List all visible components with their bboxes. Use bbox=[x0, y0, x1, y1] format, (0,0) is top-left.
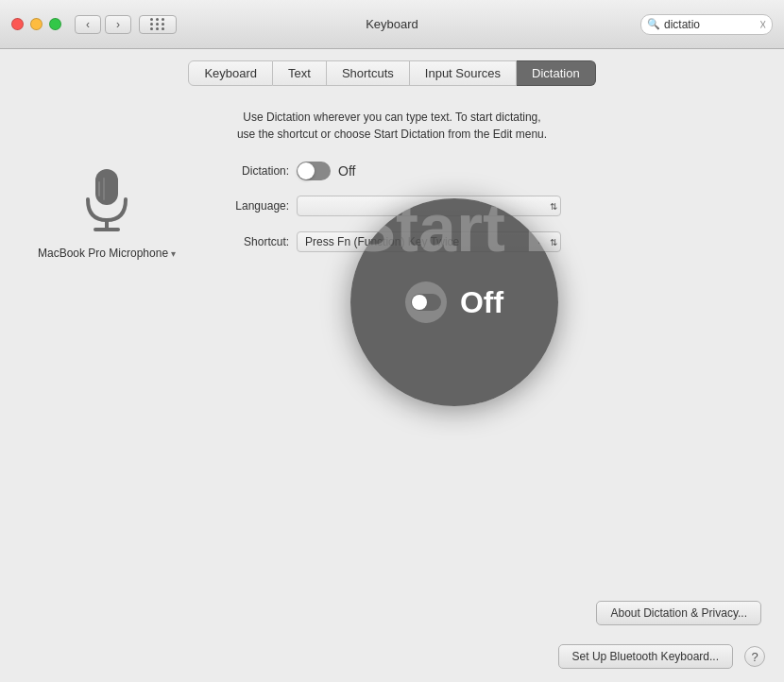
grid-icon bbox=[150, 18, 165, 30]
search-icon: 🔍 bbox=[647, 18, 660, 30]
microphone-label[interactable]: MacBook Pro Microphone ▾ bbox=[38, 247, 176, 260]
setup-bluetooth-button[interactable]: Set Up Bluetooth Keyboard... bbox=[558, 644, 733, 669]
forward-button[interactable]: › bbox=[105, 15, 131, 34]
window-title: Keyboard bbox=[366, 17, 418, 31]
grid-button[interactable] bbox=[139, 15, 177, 34]
traffic-lights bbox=[11, 18, 61, 30]
tab-dictation[interactable]: Dictation bbox=[517, 60, 596, 86]
tab-input-sources[interactable]: Input Sources bbox=[410, 60, 517, 86]
magnifier-toggle[interactable] bbox=[405, 281, 447, 323]
title-bar: ‹ › Keyboard 🔍 ☓ bbox=[0, 0, 784, 49]
tab-shortcuts[interactable]: Shortcuts bbox=[327, 60, 410, 86]
dictation-row: Dictation: Off bbox=[213, 162, 746, 180]
magnifier-overlay: Off Start Di bbox=[350, 198, 558, 406]
magnifier-toggle-knob bbox=[412, 295, 427, 310]
magnifier-content: Off bbox=[405, 281, 503, 323]
microphone-icon bbox=[74, 162, 140, 237]
back-button[interactable]: ‹ bbox=[75, 15, 101, 34]
magnifier-off-text: Off bbox=[460, 285, 503, 320]
search-bar[interactable]: 🔍 ☓ bbox=[640, 14, 773, 35]
toggle-switch[interactable] bbox=[297, 162, 331, 180]
dictation-label: Dictation: bbox=[213, 164, 289, 178]
toggle-state-label: Off bbox=[338, 163, 355, 179]
main-content: Keyboard Text Shortcuts Input Sources Di… bbox=[0, 49, 784, 682]
language-label: Language: bbox=[213, 199, 289, 213]
minimize-button[interactable] bbox=[30, 18, 43, 30]
close-button[interactable] bbox=[11, 18, 24, 30]
tab-text[interactable]: Text bbox=[273, 60, 327, 86]
shortcut-label: Shortcut: bbox=[213, 235, 289, 248]
help-button[interactable]: ? bbox=[744, 646, 765, 667]
tab-keyboard[interactable]: Keyboard bbox=[188, 60, 273, 86]
magnifier-toggle-inner bbox=[411, 294, 441, 311]
about-button-row: About Dictation & Privacy... bbox=[0, 601, 784, 635]
maximize-button[interactable] bbox=[49, 18, 61, 30]
about-dictation-button[interactable]: About Dictation & Privacy... bbox=[596, 601, 761, 625]
toggle-knob bbox=[298, 162, 315, 179]
microphone-section: MacBook Pro Microphone ▾ bbox=[38, 162, 176, 260]
footer: Set Up Bluetooth Keyboard... ? bbox=[0, 635, 784, 682]
dictation-toggle[interactable]: Off bbox=[297, 162, 355, 180]
navigation-buttons: ‹ › bbox=[75, 15, 131, 34]
search-input[interactable] bbox=[664, 18, 749, 31]
panel-content: Use Dictation wherever you can type text… bbox=[0, 86, 784, 601]
microphone-dropdown-arrow: ▾ bbox=[171, 248, 176, 259]
tab-bar: Keyboard Text Shortcuts Input Sources Di… bbox=[0, 49, 784, 86]
search-clear-icon[interactable]: ☓ bbox=[759, 17, 766, 32]
description: Use Dictation wherever you can type text… bbox=[194, 109, 590, 143]
